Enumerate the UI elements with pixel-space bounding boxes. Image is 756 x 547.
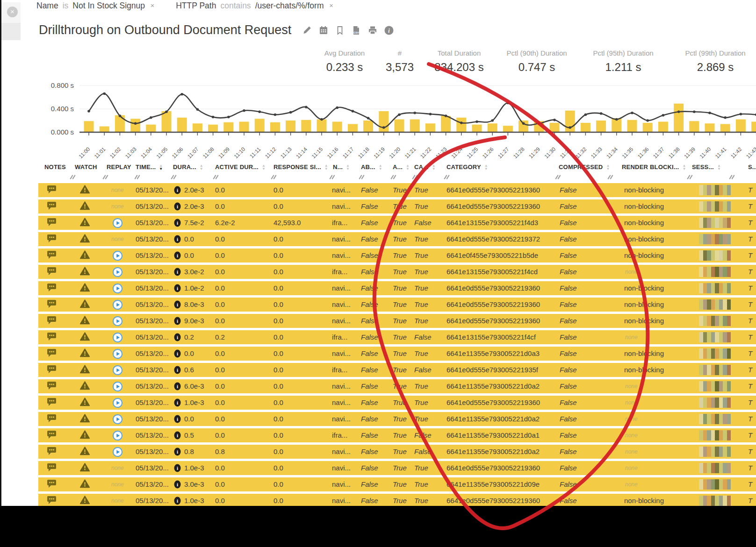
session-heatmap-strip[interactable] (699, 398, 731, 408)
column-resize-handle-icon[interactable] (135, 175, 140, 179)
duration-info-icon[interactable]: i (174, 431, 181, 441)
column-resize-handle-icon[interactable] (213, 175, 218, 179)
sort-arrows-icon[interactable]: ▲▼ (324, 164, 328, 170)
session-heatmap-strip[interactable] (699, 267, 731, 277)
replay-play-icon[interactable] (112, 250, 123, 263)
duration-info-icon[interactable]: i (174, 186, 181, 196)
duration-info-icon[interactable]: i (174, 382, 181, 392)
duration-info-icon[interactable]: i (174, 349, 181, 360)
bookmark-icon[interactable] (335, 25, 345, 36)
notes-icon[interactable] (47, 250, 57, 261)
sort-arrows-icon[interactable]: ▲▼ (682, 164, 686, 170)
sort-arrows-icon[interactable]: ▲▼ (484, 164, 488, 170)
replay-play-icon[interactable] (112, 299, 123, 312)
column-header-ab[interactable]: AB...▲▼ (361, 163, 382, 170)
duration-info-icon[interactable]: i (174, 219, 181, 229)
column-header-sess[interactable]: SESS...▲▼ (692, 163, 721, 170)
replay-play-icon[interactable] (112, 365, 123, 377)
notes-icon[interactable] (47, 479, 57, 490)
sort-arrows-icon[interactable]: ▲▼ (432, 164, 436, 170)
session-heatmap-strip[interactable] (699, 463, 731, 473)
session-heatmap-strip[interactable] (699, 185, 731, 195)
calendar-icon[interactable] (318, 25, 329, 36)
notes-icon[interactable] (47, 234, 57, 245)
session-heatmap-strip[interactable] (699, 381, 731, 391)
session-heatmap-strip[interactable] (699, 332, 731, 342)
column-header-compressed[interactable]: COMPRESSED▲▼ (559, 163, 610, 170)
export-csv-icon[interactable]: CSV (351, 25, 361, 36)
info-icon[interactable]: i (384, 25, 394, 36)
watch-warning-icon[interactable] (80, 201, 90, 212)
notes-icon[interactable] (47, 398, 57, 408)
replay-play-icon[interactable] (112, 283, 123, 296)
sort-arrows-icon[interactable]: ▲▼ (606, 164, 610, 170)
duration-info-icon[interactable]: i (174, 464, 181, 474)
column-resize-handle-icon[interactable] (70, 175, 75, 179)
table-row[interactable]: 05/13/20...i1.0e-30.00.0navi...FalseTrue… (38, 396, 756, 410)
duration-info-icon[interactable]: i (174, 448, 181, 458)
notes-icon[interactable] (47, 267, 57, 277)
filter-chip-name[interactable]: Name is Not In Stock Signup × (36, 1, 154, 11)
column-resize-handle-icon[interactable] (359, 175, 364, 179)
replay-play-icon[interactable] (112, 430, 123, 443)
session-heatmap-strip[interactable] (699, 414, 731, 424)
replay-play-icon[interactable] (112, 381, 123, 394)
column-resize-handle-icon[interactable] (391, 175, 396, 179)
duration-info-icon[interactable]: i (174, 415, 181, 425)
session-heatmap-strip[interactable] (699, 250, 731, 261)
column-resize-handle-icon[interactable] (555, 175, 561, 179)
column-header-response-si[interactable]: RESPONSE SI...▲▼ (274, 163, 328, 170)
session-heatmap-strip[interactable] (699, 218, 731, 228)
column-resize-handle-icon[interactable] (444, 175, 449, 179)
watch-warning-icon[interactable] (80, 398, 90, 408)
duration-info-icon[interactable]: i (174, 333, 181, 343)
column-resize-handle-icon[interactable] (729, 175, 734, 179)
watch-warning-icon[interactable] (80, 218, 90, 228)
table-row[interactable]: 05/13/20...i0.50.00.0ifra...FalseTrueFal… (38, 428, 756, 442)
column-resize-handle-icon[interactable] (171, 175, 176, 179)
column-header-render-blocki[interactable]: RENDER BLOCKI...▲▼ (622, 163, 686, 170)
duration-info-icon[interactable]: i (174, 497, 181, 507)
replay-play-icon[interactable] (112, 414, 123, 426)
column-resize-handle-icon[interactable] (271, 175, 276, 179)
watch-warning-icon[interactable] (80, 185, 90, 196)
column-header-s[interactable]: S...▲▼ (748, 163, 756, 170)
notes-icon[interactable] (47, 201, 57, 212)
column-resize-handle-icon[interactable] (687, 175, 692, 179)
notes-icon[interactable] (47, 496, 57, 506)
table-row[interactable]: 05/13/20...i0.00.00.0navi...FalseTrueTru… (38, 249, 756, 263)
watch-warning-icon[interactable] (80, 332, 90, 343)
sort-arrows-icon[interactable]: ▲▼ (717, 164, 721, 170)
sort-arrows-icon[interactable]: ▲▼ (406, 164, 410, 170)
replay-play-icon[interactable] (112, 316, 123, 328)
duration-info-icon[interactable]: i (174, 202, 181, 213)
filter-chip-http-path[interactable]: HTTP Path contains /user-chats/%/form × (176, 1, 333, 11)
column-resize-handle-icon[interactable] (103, 175, 108, 179)
column-resize-handle-icon[interactable] (608, 175, 613, 179)
replay-play-icon[interactable] (112, 447, 123, 459)
column-header-n[interactable]: N...▲▼ (333, 163, 350, 170)
table-row[interactable]: 05/13/20...i0.00.00.0navi...FalseTrueTru… (38, 412, 756, 426)
duration-info-icon[interactable]: i (174, 284, 181, 294)
watch-warning-icon[interactable] (80, 316, 90, 327)
table-row[interactable]: none05/13/20...i2.0e-30.00.0navi...False… (38, 199, 756, 213)
session-heatmap-strip[interactable] (699, 365, 731, 375)
replay-play-icon[interactable] (112, 332, 123, 345)
filter-remove-icon[interactable]: × (149, 2, 154, 9)
watch-warning-icon[interactable] (80, 447, 90, 457)
replay-play-icon[interactable] (112, 398, 123, 410)
replay-play-icon[interactable] (112, 218, 123, 230)
notes-icon[interactable] (47, 316, 57, 327)
watch-warning-icon[interactable] (80, 283, 90, 294)
notes-icon[interactable] (47, 185, 57, 196)
watch-warning-icon[interactable] (80, 479, 90, 490)
table-row[interactable]: 05/13/20...i8.0e-30.00.0navi...FalseTrue… (38, 298, 756, 312)
session-heatmap-strip[interactable] (699, 283, 731, 293)
table-row[interactable]: none05/13/20...i2.0e-30.00.0navi...False… (38, 183, 756, 197)
duration-info-icon[interactable]: i (174, 480, 181, 490)
duration-info-icon[interactable]: i (174, 317, 181, 327)
column-header-time[interactable]: TIME...▲▼ (136, 163, 163, 170)
table-row[interactable]: 05/13/20...i0.80.80.0navi...FalseTrueFal… (38, 445, 756, 459)
table-row[interactable]: 05/13/20...i1.0e-20.00.0navi...FalseTrue… (38, 281, 756, 295)
session-heatmap-strip[interactable] (699, 447, 731, 457)
